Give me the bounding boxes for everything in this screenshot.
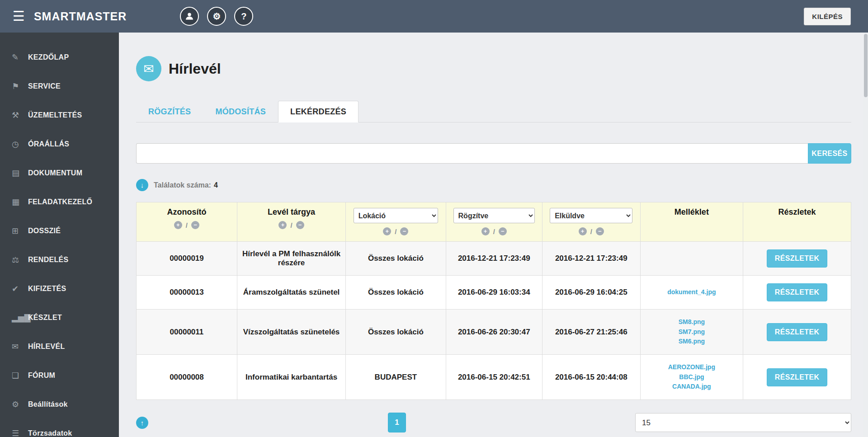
attachment-link[interactable]: SM6.png [645, 337, 739, 347]
sort-divider: / [590, 228, 592, 235]
table-row: 00000019 Hírlevél a PM felhasználólk rés… [137, 242, 851, 276]
attachment-link[interactable]: AEROZONE.jpg [645, 362, 739, 372]
sort-divider: / [395, 228, 396, 235]
sort-desc-icon[interactable]: − [596, 227, 604, 235]
sort-asc-icon[interactable]: + [278, 221, 287, 229]
search-input[interactable] [136, 143, 808, 164]
sort-controls: + / − [349, 227, 443, 235]
recorded-cell: 2016-12-21 17:23:49 [446, 242, 542, 276]
details-button[interactable]: RÉSZLETEK [767, 283, 828, 301]
subject-cell: Hírlevél a PM felhasználólk részére [237, 242, 345, 276]
sidebar-item-beallitasok[interactable]: ⚙ Beállítások [0, 390, 119, 419]
sidebar-item-service[interactable]: ⚑ SERVICE [0, 72, 119, 101]
app-brand: SMARTMASTER [34, 10, 127, 23]
sort-desc-icon[interactable]: − [400, 227, 408, 235]
folder-icon: ▤ [12, 168, 28, 178]
search-button[interactable]: KERESÉS [808, 143, 851, 164]
envelope-icon: ✉ [12, 342, 28, 352]
header-elkuldve: Elküldve + / − [542, 202, 640, 242]
tab-lekerdezes[interactable]: LEKÉRDEZÉS [278, 101, 359, 122]
sidebar-item-rendeles[interactable]: ⚖ RENDELÉS [0, 245, 119, 274]
sort-asc-icon[interactable]: + [481, 227, 490, 235]
cart-icon: ⚖ [12, 255, 28, 265]
scrollbar [863, 33, 868, 437]
sidebar-item-keszlet[interactable]: ▂▅▇ KÉSZLET [0, 303, 119, 332]
tab-rogzites[interactable]: RÖGZÍTÉS [136, 101, 203, 122]
scrollbar-thumb[interactable] [864, 34, 868, 97]
sort-desc-icon[interactable]: − [191, 221, 199, 229]
logout-button[interactable]: KILÉPÉS [804, 8, 851, 25]
megaphone-icon: ⚑ [12, 81, 28, 91]
table-row: 00000008 Informatikai karbantartás BUDAP… [137, 355, 851, 400]
sent-cell: 2016-06-15 20:44:08 [542, 355, 640, 400]
id-cell: 00000011 [137, 310, 237, 355]
details-cell: RÉSZLETEK [743, 355, 851, 400]
recorded-cell: 2016-06-29 16:03:34 [446, 276, 542, 310]
table-header: Azonosító + / − Levél tárgya + / − [137, 202, 851, 242]
envelope-icon: ✉ [136, 56, 161, 81]
details-button[interactable]: RÉSZLETEK [767, 368, 828, 386]
check-icon: ✔ [12, 284, 28, 294]
recorded-cell: 2016-06-26 20:30:47 [446, 310, 542, 355]
sidebar-item-torzsadatok[interactable]: ☰ Törzsadatok [0, 419, 119, 437]
sidebar-item-kifizetes[interactable]: ✔ KIFIZETÉS [0, 274, 119, 303]
attachment-link[interactable]: CANADA.jpg [645, 382, 739, 392]
sidebar-item-kezdolap[interactable]: ✎ KEZDŐLAP [0, 43, 119, 72]
question-icon: ? [241, 11, 246, 22]
sort-controls: + / − [139, 221, 234, 229]
table-row: 00000011 Vízszolgáltatás szünetelés Össz… [137, 310, 851, 355]
attachments-cell [640, 242, 743, 276]
pagination-page-button[interactable]: 1 [388, 413, 406, 432]
sidebar-item-dokumentum[interactable]: ▤ DOKUMENTUM [0, 159, 119, 188]
id-cell: 00000019 [137, 242, 237, 276]
menu-icon[interactable]: ☰ [13, 9, 25, 23]
sidebar-item-hirlevel[interactable]: ✉ HÍRLEVÉL [0, 332, 119, 361]
user-icon [185, 12, 194, 21]
newsletter-table: Azonosító + / − Levél tárgya + / − [136, 202, 851, 400]
details-cell: RÉSZLETEK [743, 242, 851, 276]
edit-icon: ✎ [12, 52, 28, 62]
user-button[interactable] [180, 7, 199, 26]
sort-asc-icon[interactable]: + [174, 221, 182, 229]
attachment-link[interactable]: dokument_4.jpg [645, 287, 739, 297]
sort-desc-icon[interactable]: − [499, 227, 507, 235]
sort-desc-icon[interactable]: − [296, 221, 304, 229]
sent-cell: 2016-12-21 17:23:49 [542, 242, 640, 276]
details-button[interactable]: RÉSZLETEK [767, 323, 828, 341]
sort-controls: + / − [240, 221, 343, 229]
results-label: Találatok száma: [154, 181, 211, 189]
location-cell: BUDAPEST [346, 355, 446, 400]
sent-filter-select[interactable]: Elküldve [550, 208, 632, 223]
location-filter-select[interactable]: Lokáció [354, 208, 438, 223]
sidebar-item-feladatkezelo[interactable]: ▦ FELADATKEZELŐ [0, 188, 119, 216]
sort-divider: / [290, 221, 292, 229]
sort-asc-icon[interactable]: + [579, 227, 587, 235]
tab-modositas[interactable]: MÓDOSÍTÁS [203, 101, 278, 122]
scroll-top-icon[interactable]: ↑ [136, 417, 148, 429]
chart-icon: ▂▅▇ [12, 313, 28, 323]
sidebar-item-forum[interactable]: ❏ FÓRUM [0, 361, 119, 390]
attachment-link[interactable]: BBC.jpg [645, 372, 739, 382]
attachment-link[interactable]: SM7.png [645, 327, 739, 337]
settings-button[interactable]: ⚙ [207, 7, 226, 26]
details-cell: RÉSZLETEK [743, 276, 851, 310]
sort-divider: / [493, 228, 495, 235]
recorded-filter-select[interactable]: Rögzítve [453, 208, 535, 223]
collapse-down-icon[interactable]: ↓ [136, 179, 148, 191]
help-button[interactable]: ? [234, 7, 253, 26]
topbar: ☰ SMARTMASTER ⚙ ? KILÉPÉS [0, 0, 868, 33]
sort-asc-icon[interactable]: + [383, 227, 391, 235]
sidebar-item-uzemeltetes[interactable]: ⚒ ÜZEMELTETÉS [0, 101, 119, 130]
footer-controls: ↑ 1 15 [136, 413, 851, 432]
page-size-select[interactable]: 15 [635, 413, 851, 432]
sidebar-item-oraallas[interactable]: ◷ ÓRAÁLLÁS [0, 130, 119, 159]
page-title: Hírlevél [169, 61, 221, 77]
attachment-link[interactable]: SM8.png [645, 317, 739, 327]
header-melleklet: Melléklet [640, 202, 743, 242]
calendar-icon: ▦ [12, 197, 28, 207]
id-cell: 00000008 [137, 355, 237, 400]
sidebar-item-dosszie[interactable]: ⊞ DOSSZIÉ [0, 216, 119, 245]
tabs: RÖGZÍTÉSMÓDOSÍTÁSLEKÉRDEZÉS [136, 100, 851, 122]
subject-cell: Informatikai karbantartás [237, 355, 345, 400]
details-button[interactable]: RÉSZLETEK [767, 249, 828, 268]
